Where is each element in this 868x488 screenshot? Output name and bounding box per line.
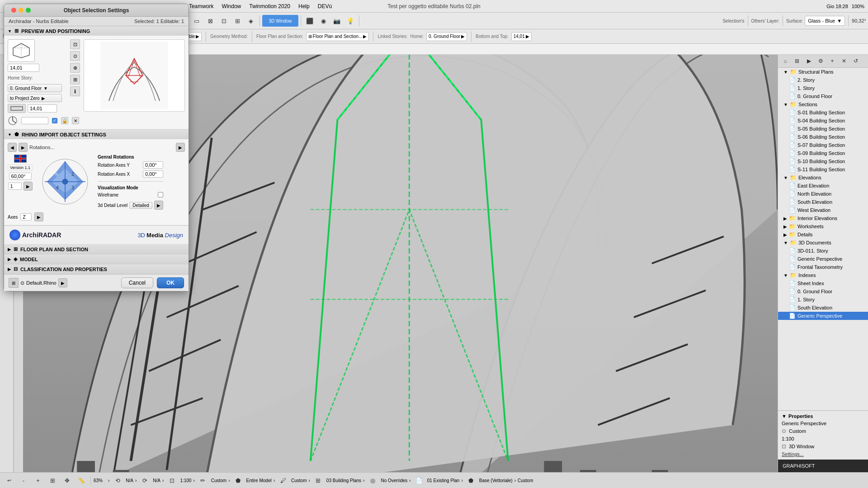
preview-ctrl-5[interactable]: ℹ: [70, 86, 80, 96]
menu-devu[interactable]: DEVú: [314, 2, 335, 10]
props-settings-row[interactable]: Settings...: [782, 450, 864, 458]
tree-south-elev2[interactable]: 📄 South Elevation: [778, 304, 868, 312]
tree-s05[interactable]: 📄 S-05 Building Section: [778, 125, 868, 133]
tree-generic-perspective[interactable]: 📄 Generic Perspective: [778, 255, 868, 263]
surface-dropdown[interactable]: Glass - Blue ▼: [805, 16, 845, 26]
tree-east-elev[interactable]: 📄 East Elevation: [778, 182, 868, 190]
wireframe-checkbox[interactable]: [158, 192, 163, 197]
rhino-section-header[interactable]: ▼ ⬟ RHINO IMPORT OBJECT SETTINGS: [4, 130, 189, 139]
menu-twinmotion[interactable]: Twinmotion 2020: [245, 2, 294, 10]
3d-box-icon[interactable]: [8, 39, 35, 62]
menu-help[interactable]: Help: [295, 2, 313, 10]
axes-increment[interactable]: ▶: [34, 212, 43, 221]
tree-s07[interactable]: 📄 S-07 Building Section: [778, 141, 868, 149]
rhino-expand-btn[interactable]: ▶: [176, 143, 185, 152]
project-zero-dropdown[interactable]: to Project Zero ▶: [8, 94, 62, 102]
cancel-button[interactable]: Cancel: [121, 277, 153, 288]
tree-0-ground-floor[interactable]: 📄 0. Ground Floor: [778, 92, 868, 100]
ok-button[interactable]: OK: [157, 277, 184, 288]
home-story-dropdown[interactable]: 0. Ground Floor ▼: [8, 84, 62, 92]
tree-3d-documents[interactable]: ▼ 📁 3D Documents: [778, 239, 868, 247]
bt-zoom-minus[interactable]: -: [17, 475, 30, 487]
tree-sections[interactable]: ▼ 📁 Sections: [778, 100, 868, 108]
camera-btn[interactable]: 📷: [330, 15, 343, 27]
dialog-minimize-btn[interactable]: [19, 8, 24, 13]
window-tool[interactable]: ⊞: [231, 15, 244, 27]
bt-arrow-back[interactable]: ↩: [3, 475, 15, 487]
bt-next[interactable]: ⟳: [138, 475, 151, 487]
rp-home-btn[interactable]: ⌂: [780, 56, 791, 66]
tree-sheet-index[interactable]: 📄 Sheet Index: [778, 279, 868, 287]
footer-layer-btn[interactable]: ▶: [58, 278, 67, 287]
bt-pen2-icon[interactable]: 🖊: [277, 475, 289, 487]
rp-delete-btn[interactable]: ✕: [839, 56, 849, 66]
tree-s11[interactable]: 📄 S-11 Building Section: [778, 165, 868, 174]
object-tool[interactable]: ◈: [245, 15, 257, 27]
detail-level-btn[interactable]: Detailed: [129, 202, 152, 209]
bt-measure[interactable]: 📏: [75, 475, 88, 487]
rp-settings-btn[interactable]: ⚙: [815, 56, 826, 66]
bt-vector-icon[interactable]: ⬟: [465, 475, 477, 487]
bt-pen-icon[interactable]: ✏: [197, 475, 209, 487]
orbit-btn[interactable]: ◉: [317, 15, 330, 27]
bottom-value-input[interactable]: [28, 104, 57, 113]
tree-indexes[interactable]: ▼ 📁 Indexes: [778, 271, 868, 279]
preview-ctrl-1[interactable]: ⊡: [70, 39, 80, 49]
tree-idx-1-story[interactable]: 📄 1. Story: [778, 296, 868, 304]
tree-s10[interactable]: 📄 S-10 Building Section: [778, 157, 868, 165]
3d-window-btn[interactable]: 3D Window: [262, 15, 298, 27]
dialog-close-btn[interactable]: [11, 8, 16, 13]
counter-increment[interactable]: ▶: [24, 182, 33, 191]
tree-s09[interactable]: 📄 S-09 Building Section: [778, 149, 868, 157]
rp-refresh-btn[interactable]: ↺: [850, 56, 861, 66]
bt-scale-icon[interactable]: ⊡: [165, 475, 178, 487]
floor-plan-header[interactable]: ▶ ⊞ FLOOR PLAN AND SECTION: [4, 244, 189, 254]
tree-worksheets[interactable]: ▶ 📁 Worksheets: [778, 222, 868, 230]
tree-2-story[interactable]: 📄 2. Story: [778, 76, 868, 84]
bt-zoom-plus[interactable]: +: [32, 475, 44, 487]
tree-generic-perspective2[interactable]: 📄 Generic Perspective: [778, 312, 868, 320]
door-tool[interactable]: ⊡: [217, 15, 230, 27]
bt-zoom-fit[interactable]: ⊞: [46, 475, 59, 487]
counter-input[interactable]: [8, 183, 22, 190]
tree-s01[interactable]: 📄 S-01 Building Section: [778, 108, 868, 117]
angle-checkbox[interactable]: ✓: [52, 118, 57, 123]
bt-prev[interactable]: ⟲: [111, 475, 124, 487]
tree-north-elev[interactable]: 📄 North Elevation: [778, 190, 868, 198]
menu-window[interactable]: Window: [218, 2, 245, 10]
angle-reset-btn[interactable]: ✕: [72, 117, 79, 124]
stair-tool[interactable]: ⊠: [204, 15, 217, 27]
rhino-angle-input[interactable]: [9, 173, 32, 180]
top-value-input[interactable]: [8, 64, 39, 72]
bt-dropdown[interactable]: 14,01 ▶: [511, 32, 532, 41]
rhino-next-btn[interactable]: ▶: [19, 143, 28, 152]
preview-ctrl-4[interactable]: ⊞: [70, 75, 80, 84]
classification-header[interactable]: ▶ ⊟ CLASSIFICATION AND PROPERTIES: [4, 264, 189, 274]
detail-expand-btn[interactable]: ▶: [154, 201, 163, 210]
tree-structural-plans[interactable]: ▼ 📁 Structural Plans: [778, 68, 868, 76]
tree-west-elev[interactable]: 📄 West Elevation: [778, 206, 868, 214]
tree-interior-elevations[interactable]: ▶ 📁 Interior Elevations: [778, 214, 868, 222]
preview-section-header[interactable]: ▼ ⊞ PREVIEW AND POSITIONING: [4, 26, 189, 36]
angle-input[interactable]: 90,32°: [21, 117, 48, 124]
preview-ctrl-2[interactable]: ⊙: [70, 51, 80, 61]
angle-lock-btn[interactable]: 🔒: [61, 117, 68, 124]
tree-details[interactable]: ▶ 📁 Details: [778, 230, 868, 239]
bt-override-icon[interactable]: ◎: [366, 475, 379, 487]
tree-s06[interactable]: 📄 S-06 Building Section: [778, 133, 868, 141]
props-settings-btn[interactable]: Settings...: [782, 451, 804, 457]
light-btn[interactable]: 💡: [344, 15, 357, 27]
rhino-prev-btn[interactable]: ◀: [8, 143, 17, 152]
home-dropdown[interactable]: 0. Ground Floor ▶: [426, 32, 467, 41]
slab-tool[interactable]: ▭: [190, 15, 203, 27]
rot-y-input[interactable]: [143, 161, 163, 169]
menu-teamwork[interactable]: Teamwork: [185, 2, 217, 10]
preview-ctrl-3[interactable]: ⊕: [70, 63, 80, 73]
model-header[interactable]: ▶ ◈ MODEL: [4, 254, 189, 264]
tree-3d-011[interactable]: 📄 3D-011. Story: [778, 247, 868, 255]
bt-plan-icon[interactable]: 📄: [413, 475, 425, 487]
dialog-maximize-btn[interactable]: [26, 8, 31, 13]
rp-add-btn[interactable]: +: [827, 56, 838, 66]
bt-model-icon[interactable]: ⬟: [232, 475, 245, 487]
tree-1-story[interactable]: 📄 1. Story: [778, 84, 868, 92]
